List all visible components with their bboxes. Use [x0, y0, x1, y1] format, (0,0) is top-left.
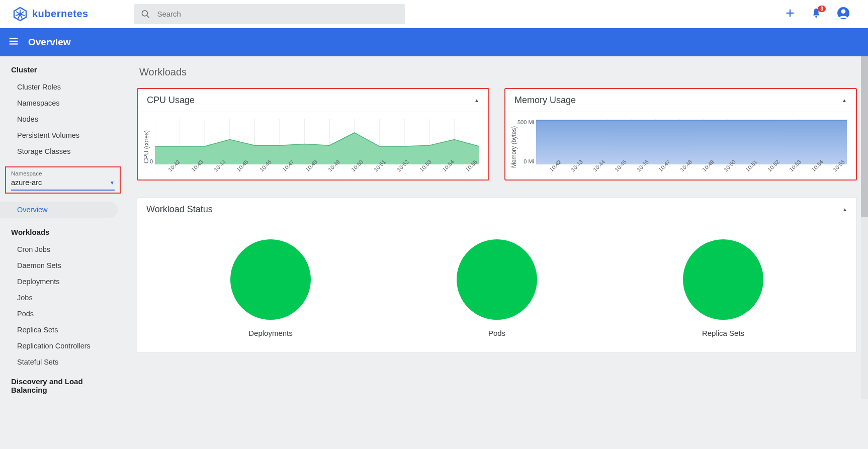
svg-point-13	[815, 16, 817, 18]
page-breadcrumb: Overview	[28, 37, 71, 48]
memory-chart	[536, 119, 847, 164]
workload-status-card: Workload Status ▲ Deployments Pods Repli…	[137, 198, 857, 353]
chevron-down-icon: ▼	[110, 180, 115, 186]
status-pods: Pods	[457, 239, 537, 337]
sidebar-item-cluster-roles[interactable]: Cluster Roles	[0, 79, 126, 95]
status-card-title: Workload Status	[146, 204, 213, 215]
sidebar-item-stateful-sets[interactable]: Stateful Sets	[0, 354, 126, 370]
sidebar-item-cron-jobs[interactable]: Cron Jobs	[0, 241, 126, 257]
page-title: Workloads	[139, 66, 857, 78]
cpu-ylabel: CPU (cores)	[143, 119, 150, 174]
svg-point-9	[142, 10, 147, 16]
sidebar-item-jobs[interactable]: Jobs	[0, 290, 126, 306]
notifications-button[interactable]: 3	[811, 8, 822, 21]
status-circle-icon	[683, 239, 763, 320]
topbar: kubernetes 3	[0, 0, 868, 28]
cpu-usage-card: CPU Usage ▲ CPU (cores) 0	[137, 88, 489, 181]
sidebar-section-cluster[interactable]: Cluster	[0, 60, 126, 79]
brand-text: kubernetes	[32, 8, 89, 20]
user-icon	[837, 7, 850, 20]
memory-usage-card: Memory Usage ▲ Memory (bytes) 500 Mi 0 M…	[504, 88, 857, 181]
search-input[interactable]	[157, 10, 398, 18]
kubernetes-icon	[13, 7, 27, 21]
collapse-toggle[interactable]: ▲	[842, 207, 847, 212]
sidebar-item-replication-controllers[interactable]: Replication Controllers	[0, 338, 126, 354]
sidebar-item-replica-sets[interactable]: Replica Sets	[0, 322, 126, 338]
namespace-label: Namespace	[11, 170, 115, 176]
sidebar-item-overview[interactable]: Overview	[0, 202, 118, 218]
sidebar: Cluster Cluster Roles Namespaces Nodes P…	[0, 56, 126, 399]
sidebar-item-persistent-volumes[interactable]: Persistent Volumes	[0, 127, 126, 143]
status-circle-icon	[457, 239, 537, 320]
collapse-toggle[interactable]: ▲	[842, 98, 847, 103]
secondary-bar: Overview	[0, 28, 868, 56]
main-content: Workloads CPU Usage ▲ CPU (cores) 0	[126, 56, 868, 399]
svg-line-10	[146, 15, 149, 18]
sidebar-section-workloads[interactable]: Workloads	[0, 223, 126, 241]
collapse-toggle[interactable]: ▲	[474, 98, 479, 103]
cpu-card-title: CPU Usage	[147, 95, 195, 106]
brand-logo[interactable]: kubernetes	[13, 7, 89, 21]
scrollbar[interactable]	[861, 56, 868, 399]
sidebar-item-storage-classes[interactable]: Storage Classes	[0, 143, 126, 159]
namespace-value: azure-arc	[11, 178, 42, 187]
cpu-chart	[155, 119, 479, 164]
cpu-xticks: 10:4210:4310:4410:4510:4610:4710:4810:49…	[155, 166, 479, 174]
status-circle-icon	[230, 239, 311, 320]
menu-toggle[interactable]	[8, 36, 19, 49]
svg-point-15	[841, 9, 846, 14]
search-box[interactable]	[134, 4, 405, 24]
hamburger-icon	[8, 36, 19, 47]
sidebar-item-namespaces[interactable]: Namespaces	[0, 95, 126, 111]
search-icon	[141, 9, 150, 19]
sidebar-item-daemon-sets[interactable]: Daemon Sets	[0, 257, 126, 274]
scrollbar-thumb[interactable]	[861, 56, 868, 217]
topbar-actions: 3	[785, 7, 860, 22]
status-replica-sets: Replica Sets	[683, 239, 763, 337]
sidebar-section-dlb[interactable]: Discovery and Load Balancing	[0, 370, 126, 399]
memory-xticks: 10:4210:4310:4410:4510:4610:4710:4810:49…	[536, 166, 847, 174]
plus-icon	[785, 8, 796, 19]
memory-ylabel: Memory (bytes)	[510, 119, 517, 174]
namespace-selector[interactable]: Namespace azure-arc ▼	[5, 166, 121, 194]
account-button[interactable]	[837, 7, 850, 22]
status-deployments: Deployments	[230, 239, 311, 337]
memory-card-title: Memory Usage	[514, 95, 576, 106]
sidebar-item-pods[interactable]: Pods	[0, 306, 126, 322]
create-button[interactable]	[785, 8, 796, 21]
sidebar-item-deployments[interactable]: Deployments	[0, 274, 126, 290]
notification-badge: 3	[818, 6, 826, 12]
sidebar-item-nodes[interactable]: Nodes	[0, 111, 126, 127]
svg-rect-47	[536, 120, 847, 164]
